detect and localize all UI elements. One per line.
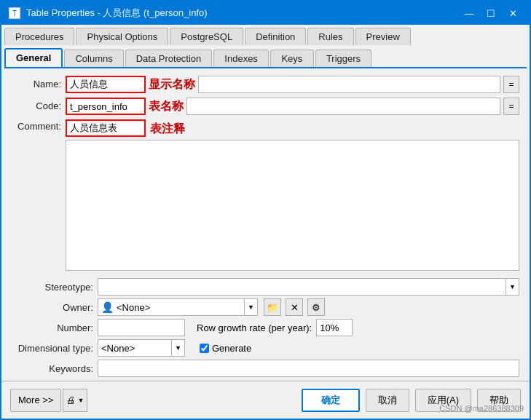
cancel-button[interactable]: 取消 <box>366 389 409 412</box>
dimensional-select[interactable]: <None> ▼ <box>98 339 185 357</box>
keywords-input[interactable] <box>98 360 519 377</box>
name-eq-button[interactable]: = <box>503 76 519 93</box>
content-area: Name: 显示名称 = Code: 表名称 = Comment: <box>1 68 530 381</box>
stereotype-row: Stereotype: ▼ <box>12 278 519 296</box>
dimensional-dropdown-icon[interactable]: ▼ <box>171 340 184 356</box>
title-bar-controls: — ☐ ✕ <box>460 6 522 20</box>
code-input-wrap: 表名称 = <box>66 98 519 115</box>
watermark: CSDN @ma286388309 <box>439 404 524 413</box>
owner-clear-button[interactable]: ✕ <box>286 298 303 316</box>
code-input[interactable] <box>66 98 146 115</box>
footer-left: More >> 🖨 ▼ <box>10 389 87 412</box>
comment-input-wrap: 表注释 <box>66 119 519 271</box>
tab-general[interactable]: General <box>4 48 63 67</box>
code-full-input[interactable] <box>186 98 500 115</box>
tab-definition[interactable]: Definition <box>245 28 306 45</box>
footer: More >> 🖨 ▼ 确定 取消 应用(A) 帮助 <box>1 381 530 419</box>
tab-physical-options[interactable]: Physical Options <box>76 28 168 45</box>
stereotype-input[interactable]: ▼ <box>98 278 519 296</box>
comment-label: Comment: <box>12 119 61 132</box>
confirm-button[interactable]: 确定 <box>302 389 360 412</box>
dimensional-value: <None> <box>98 343 171 354</box>
tab-columns[interactable]: Columns <box>64 49 123 67</box>
name-input[interactable] <box>66 76 146 93</box>
window-title: Table Properties - 人员信息 (t_person_info) <box>26 7 208 20</box>
comment-row: Comment: 表注释 <box>12 119 519 271</box>
owner-label: Owner: <box>12 302 93 313</box>
code-annotation: 表名称 <box>149 98 184 114</box>
number-label: Number: <box>12 322 93 333</box>
title-bar: T Table Properties - 人员信息 (t_person_info… <box>1 1 530 25</box>
tab-row-1: Procedures Physical Options PostgreSQL D… <box>1 25 530 45</box>
name-full-input[interactable] <box>198 76 500 93</box>
tab-data-protection[interactable]: Data Protection <box>125 49 213 67</box>
main-window: T Table Properties - 人员信息 (t_person_info… <box>0 0 531 420</box>
tab-procedures[interactable]: Procedures <box>4 28 74 45</box>
window-icon: T <box>9 7 20 19</box>
owner-row: Owner: 👤 <None> ▼ 📁 ✕ ⚙ <box>12 298 519 316</box>
row-growth-input[interactable] <box>316 319 353 336</box>
keywords-label: Keywords: <box>12 363 93 374</box>
row-growth-label: Row growth rate (per year): <box>197 322 312 333</box>
bottom-fields: Stereotype: ▼ Owner: 👤 <None> ▼ 📁 ✕ ⚙ <box>12 278 519 377</box>
generate-label: Generate <box>212 343 251 354</box>
minimize-button[interactable]: — <box>460 6 479 20</box>
owner-browse-button[interactable]: 📁 <box>264 298 281 316</box>
title-bar-left: T Table Properties - 人员信息 (t_person_info… <box>9 7 208 20</box>
maximize-button[interactable]: ☐ <box>481 6 500 20</box>
tab-triggers[interactable]: Triggers <box>315 49 371 67</box>
code-row: Code: 表名称 = <box>12 98 519 115</box>
name-row: Name: 显示名称 = <box>12 76 519 93</box>
code-label: Code: <box>12 98 61 111</box>
more-button[interactable]: More >> <box>10 389 61 412</box>
code-eq-button[interactable]: = <box>503 98 519 115</box>
dimensional-label: Dimensional type: <box>12 343 93 354</box>
name-annotation: 显示名称 <box>149 76 195 92</box>
owner-select[interactable]: 👤 <None> ▼ <box>98 298 258 316</box>
owner-dropdown-icon[interactable]: ▼ <box>244 299 257 315</box>
owner-value: <None> <box>117 302 244 313</box>
number-row: Number: Row growth rate (per year): <box>12 319 519 336</box>
comment-textarea[interactable] <box>66 140 519 271</box>
tab-postgresql[interactable]: PostgreSQL <box>170 28 243 45</box>
tab-row-2: General Columns Data Protection Indexes … <box>1 45 530 67</box>
tab-preview[interactable]: Preview <box>355 28 411 45</box>
stereotype-label: Stereotype: <box>12 282 93 293</box>
keywords-row: Keywords: <box>12 360 519 377</box>
comment-annotation: 表注释 <box>150 120 185 137</box>
print-dropdown-icon: ▼ <box>77 397 84 404</box>
dimensional-row: Dimensional type: <None> ▼ Generate <box>12 339 519 357</box>
close-button[interactable]: ✕ <box>503 6 522 20</box>
tab-rules[interactable]: Rules <box>307 28 353 45</box>
name-input-wrap: 显示名称 = <box>66 76 519 93</box>
print-button[interactable]: 🖨 ▼ <box>63 389 87 412</box>
stereotype-dropdown-icon[interactable]: ▼ <box>506 279 519 295</box>
owner-properties-button[interactable]: ⚙ <box>307 298 325 316</box>
tab-indexes[interactable]: Indexes <box>213 49 269 67</box>
comment-input[interactable] <box>66 119 146 137</box>
print-icon: 🖨 <box>66 395 76 405</box>
generate-check-wrap: Generate <box>200 343 251 354</box>
tab-area: Procedures Physical Options PostgreSQL D… <box>1 25 530 68</box>
generate-checkbox[interactable] <box>200 344 209 353</box>
tab-keys[interactable]: Keys <box>270 49 314 67</box>
name-label: Name: <box>12 76 61 90</box>
number-input[interactable] <box>98 319 185 336</box>
